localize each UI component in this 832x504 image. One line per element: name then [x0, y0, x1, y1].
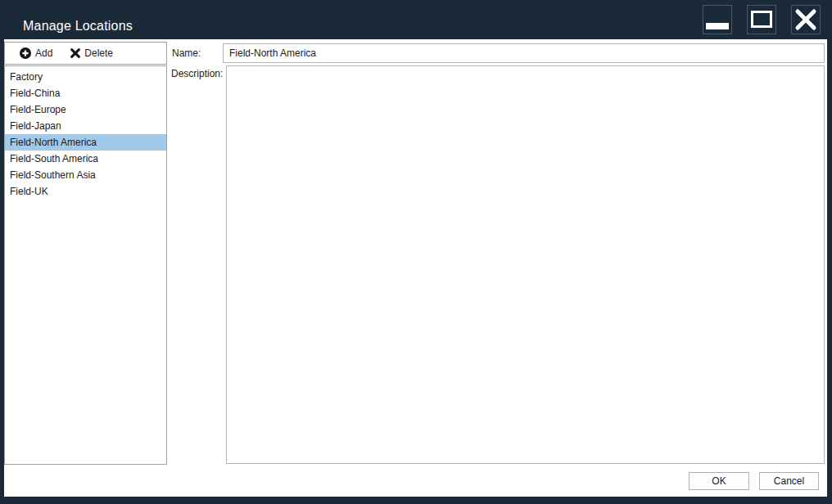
list-item-field-south-america[interactable]: Field-South America	[5, 151, 166, 167]
add-button-label: Add	[35, 47, 52, 59]
add-button[interactable]: Add	[17, 46, 55, 61]
locations-list: Factory Field-China Field-Europe Field-J…	[4, 65, 167, 465]
list-toolbar: Add Delete	[4, 42, 167, 65]
list-item-field-southern-asia[interactable]: Field-Southern Asia	[5, 167, 166, 183]
close-icon	[794, 8, 817, 31]
list-item-field-europe[interactable]: Field-Europe	[5, 101, 166, 118]
list-item-field-north-america[interactable]: Field-North America	[5, 134, 166, 151]
list-item-field-china[interactable]: Field-China	[5, 85, 166, 101]
name-label: Name:	[172, 47, 201, 59]
add-icon	[20, 47, 31, 59]
description-label: Description:	[171, 68, 223, 79]
list-item-field-uk[interactable]: Field-UK	[5, 183, 166, 200]
delete-button-label: Delete	[84, 47, 113, 59]
cancel-button[interactable]: Cancel	[759, 472, 819, 490]
list-item-field-japan[interactable]: Field-Japan	[5, 118, 166, 134]
manage-locations-window: Manage Locations	[0, 0, 832, 504]
ok-button[interactable]: OK	[689, 472, 749, 490]
description-input[interactable]	[226, 65, 825, 464]
minimize-button[interactable]	[703, 5, 732, 34]
window-title: Manage Locations	[23, 19, 133, 34]
titlebar[interactable]: Manage Locations	[0, 0, 832, 39]
window-controls	[703, 5, 821, 34]
maximize-icon	[751, 11, 772, 28]
name-input[interactable]	[223, 43, 825, 63]
delete-button[interactable]: Delete	[68, 46, 115, 61]
dialog-content: Add Delete Factory Field-China Field-Eur…	[4, 39, 827, 497]
minimize-icon	[706, 23, 729, 29]
delete-icon	[70, 48, 80, 58]
close-button[interactable]	[791, 5, 821, 34]
list-item-factory[interactable]: Factory	[5, 69, 166, 85]
maximize-button[interactable]	[747, 5, 776, 34]
